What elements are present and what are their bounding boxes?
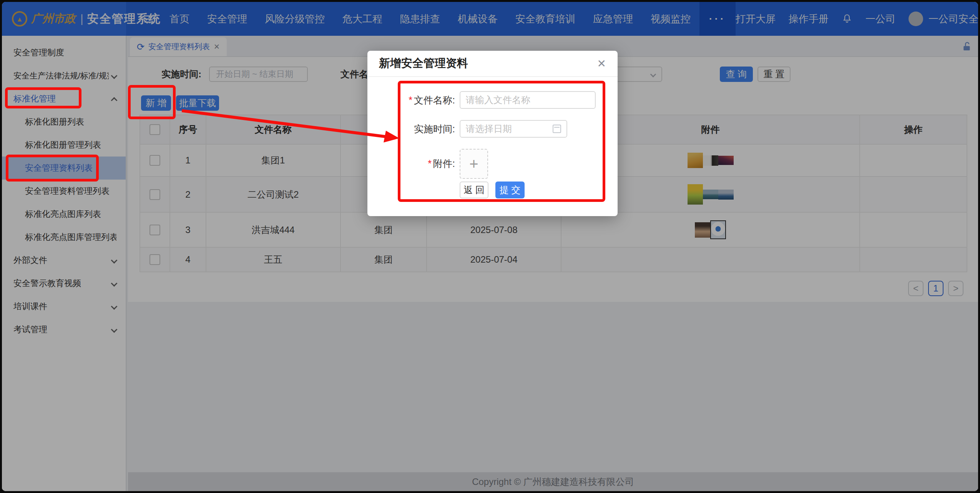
modal-header: 新增安全管理资料 ✕	[367, 51, 618, 77]
attachment-label: *附件:	[367, 157, 455, 170]
modal-title: 新增安全管理资料	[379, 56, 468, 71]
required-mark: *	[409, 95, 412, 105]
submit-button[interactable]: 提 交	[495, 182, 525, 198]
modal-close-icon[interactable]: ✕	[597, 57, 606, 70]
file-name-placeholder: 请输入文件名称	[466, 94, 530, 106]
attachment-form-row: *附件: +	[367, 149, 618, 179]
file-name-form-row: *文件名称: 请输入文件名称	[367, 91, 618, 109]
upload-button[interactable]: +	[460, 149, 488, 179]
add-safety-doc-modal: 新增安全管理资料 ✕ *文件名称: 请输入文件名称 实施时间: 请选择日期 *附…	[367, 51, 618, 216]
impl-date-label: 实施时间:	[367, 123, 455, 135]
screenshot-frame: 广州市政 | 安全管理系统 首页安全管理风险分级管控危大工程隐患排查机械设备安全…	[0, 0, 980, 493]
impl-date-form-row: 实施时间: 请选择日期	[367, 120, 618, 138]
impl-date-placeholder: 请选择日期	[466, 123, 512, 135]
app-window: 广州市政 | 安全管理系统 首页安全管理风险分级管控危大工程隐患排查机械设备安全…	[2, 2, 978, 491]
calendar-icon	[553, 125, 561, 133]
impl-date-input[interactable]: 请选择日期	[460, 120, 567, 138]
file-name-input[interactable]: 请输入文件名称	[460, 91, 596, 109]
file-name-label: *文件名称:	[367, 94, 455, 107]
back-button[interactable]: 返 回	[460, 182, 488, 198]
modal-footer-buttons: 返 回 提 交	[367, 182, 618, 198]
plus-icon: +	[469, 155, 478, 173]
